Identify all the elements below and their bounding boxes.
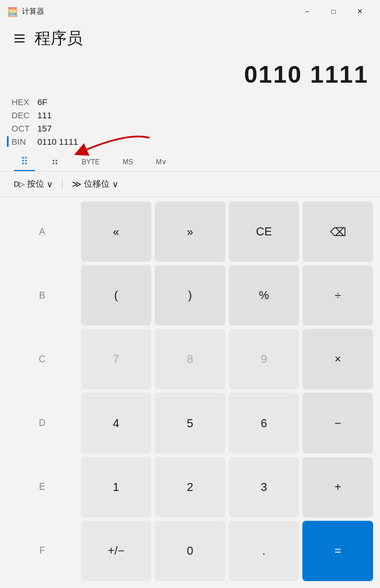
calc-btn-9[interactable]: 9 bbox=[229, 329, 300, 389]
hex-value: 6F bbox=[37, 97, 48, 107]
display-area: 0110 1111 bbox=[0, 52, 380, 95]
calc-btn-rparen[interactable]: ) bbox=[155, 265, 225, 326]
menu-button[interactable] bbox=[9, 28, 30, 49]
calc-grid: A«»CE⌫B()%÷C789×D456−E123+F+/−0.= bbox=[0, 197, 380, 588]
calc-btn-7[interactable]: 7 bbox=[81, 329, 152, 389]
app-header: 程序员 bbox=[0, 23, 380, 52]
calc-btn-6[interactable]: 6 bbox=[229, 393, 300, 453]
hex-label: HEX bbox=[11, 97, 37, 107]
bitflip-icon: ⠶ bbox=[51, 156, 59, 167]
calc-btn-D: D bbox=[7, 393, 78, 453]
bin-value: 0110 1111 bbox=[37, 137, 78, 146]
tab-m-label: M∨ bbox=[156, 158, 167, 166]
calc-btn-2[interactable]: 2 bbox=[155, 457, 225, 517]
dec-value: 111 bbox=[37, 110, 52, 120]
calc-btn-1[interactable]: 1 bbox=[81, 457, 152, 517]
tab-bitflip[interactable]: ⠶ bbox=[40, 153, 70, 171]
calc-btn-minus[interactable]: − bbox=[302, 393, 373, 453]
bitwise-arrow-icon: ∨ bbox=[47, 179, 53, 189]
shift-label: 位移位 bbox=[84, 179, 110, 189]
calc-btn-B: B bbox=[7, 265, 78, 326]
app-title: 程序员 bbox=[34, 28, 83, 49]
shift-button[interactable]: ≫ 位移位 ∨ bbox=[67, 176, 123, 192]
calc-btn-multiply[interactable]: × bbox=[302, 329, 373, 389]
calc-btn-plus[interactable]: + bbox=[302, 457, 373, 517]
bitops-toolbar: D▷ 按位 ∨ ≫ 位移位 ∨ bbox=[0, 172, 380, 197]
minimize-button[interactable]: − bbox=[294, 2, 320, 21]
calc-btn-percent[interactable]: % bbox=[229, 265, 300, 326]
calc-btn-3[interactable]: 3 bbox=[229, 457, 300, 517]
oct-label: OCT bbox=[11, 123, 37, 133]
hamburger-icon bbox=[14, 34, 25, 42]
calc-btn-8[interactable]: 8 bbox=[155, 329, 225, 389]
bitwise-prefix-icon: D▷ bbox=[14, 180, 25, 188]
bitwise-button[interactable]: D▷ 按位 ∨ bbox=[9, 176, 57, 192]
shift-icon: ≫ bbox=[72, 179, 82, 189]
dec-label: DEC bbox=[11, 110, 37, 120]
calc-btn-negate[interactable]: +/− bbox=[81, 521, 152, 581]
tab-ms[interactable]: MS bbox=[111, 153, 144, 171]
calc-btn-4[interactable]: 4 bbox=[81, 393, 152, 453]
tab-ms-label: MS bbox=[122, 158, 133, 166]
calc-btn-rshift[interactable]: » bbox=[155, 202, 225, 262]
oct-value: 157 bbox=[37, 123, 52, 133]
calc-btn-backspace[interactable]: ⌫ bbox=[302, 202, 373, 262]
keypad-icon: ⠿ bbox=[21, 156, 28, 167]
tab-byte-label: BYTE bbox=[82, 158, 99, 166]
oct-row: OCT 157 bbox=[11, 122, 369, 135]
calc-btn-C: C bbox=[7, 329, 78, 389]
main-display: 0110 1111 bbox=[11, 56, 369, 93]
calc-btn-CE[interactable]: CE bbox=[229, 202, 300, 262]
calculator-window: 🧮 计算器 − □ ✕ 程序员 0110 1111 HEX 6F DEC 111 bbox=[0, 0, 380, 588]
calc-btn-A: A bbox=[7, 202, 78, 262]
title-bar-text: 计算器 bbox=[22, 6, 294, 17]
bin-label: BIN bbox=[11, 137, 37, 146]
calc-btn-lshift[interactable]: « bbox=[81, 202, 152, 262]
calc-btn-0[interactable]: 0 bbox=[155, 521, 225, 581]
close-button[interactable]: ✕ bbox=[347, 2, 373, 21]
bin-row: BIN 0110 1111 bbox=[11, 135, 369, 148]
tabs-bar: ⠿ ⠶ BYTE MS M∨ bbox=[0, 148, 380, 172]
bases-panel: HEX 6F DEC 111 OCT 157 BIN 0110 1111 bbox=[0, 95, 380, 148]
hex-row: HEX 6F bbox=[11, 95, 369, 109]
tab-byte[interactable]: BYTE bbox=[70, 153, 111, 171]
tab-m[interactable]: M∨ bbox=[144, 153, 178, 171]
dec-row: DEC 111 bbox=[11, 109, 369, 122]
calc-btn-5[interactable]: 5 bbox=[155, 393, 225, 453]
bitwise-label: 按位 bbox=[27, 179, 44, 189]
toolbar-separator bbox=[62, 179, 63, 190]
maximize-button[interactable]: □ bbox=[320, 2, 347, 21]
calc-btn-dot[interactable]: . bbox=[229, 521, 300, 581]
calc-btn-lparen[interactable]: ( bbox=[81, 265, 152, 326]
calc-btn-F: F bbox=[7, 521, 78, 581]
calc-btn-divide[interactable]: ÷ bbox=[302, 265, 373, 326]
calc-btn-E: E bbox=[7, 457, 78, 517]
app-icon: 🧮 bbox=[7, 6, 17, 17]
tab-keypad[interactable]: ⠿ bbox=[9, 153, 40, 171]
title-bar: 🧮 计算器 − □ ✕ bbox=[0, 0, 380, 23]
calc-btn-equals[interactable]: = bbox=[302, 521, 373, 581]
window-controls: − □ ✕ bbox=[294, 2, 373, 21]
shift-arrow-icon: ∨ bbox=[112, 179, 118, 189]
